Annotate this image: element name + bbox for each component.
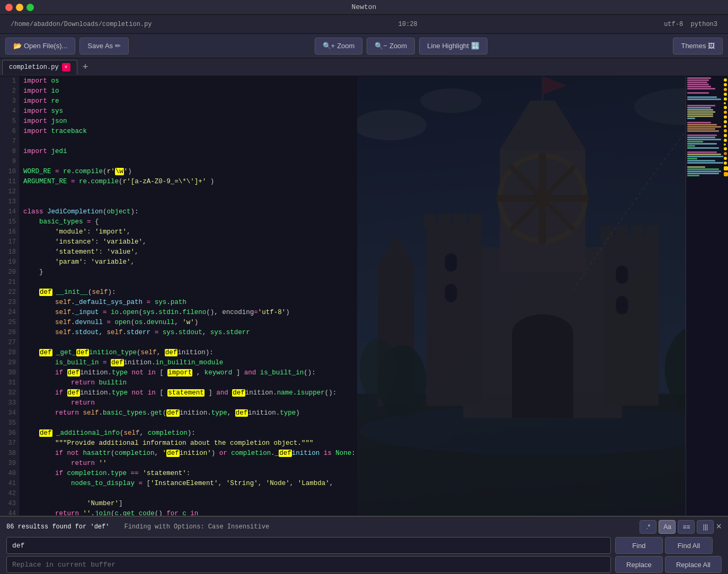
minimap-lines xyxy=(686,76,728,178)
code-line-36: def _additional_info(self, completion): xyxy=(23,428,681,438)
find-replace-input[interactable] xyxy=(6,556,611,573)
code-line-43: 'Number'] xyxy=(23,499,681,509)
open-files-button[interactable]: 📂 Open File(s)... xyxy=(5,38,75,55)
find-options: .* Aa ≡≡ ||| × xyxy=(640,520,722,534)
code-line-44: return ''.join(c.get_code() for c in xyxy=(23,509,681,516)
line-highlight-button[interactable]: Line Highlight 🔣 xyxy=(419,38,487,55)
code-line-21 xyxy=(23,277,681,288)
code-line-10: WORD_RE = re.compile(r'\w') xyxy=(23,167,681,177)
code-line-16: 'module': 'import', xyxy=(23,227,681,237)
code-line-11: ARGUMENT_RE = re.compile(r'[a-zA-Z0-9_=\… xyxy=(23,177,681,187)
code-line-33: return xyxy=(23,398,681,408)
themes-button[interactable]: Themes 🖼 xyxy=(673,38,723,55)
code-line-5: import json xyxy=(23,116,681,127)
code-line-22: def __init__(self): xyxy=(23,288,681,298)
code-line-19: 'param': 'variable', xyxy=(23,257,681,267)
code-line-35 xyxy=(23,418,681,428)
replace-all-button[interactable]: Replace All xyxy=(665,556,722,573)
multiline-button[interactable]: ||| xyxy=(697,520,714,534)
code-line-31: return builtin xyxy=(23,378,681,388)
file-path: /home/abaddon/Downloads/completion.py xyxy=(11,21,152,28)
code-line-18: 'statement': 'value', xyxy=(23,247,681,257)
folder-icon: 📂 xyxy=(13,42,22,50)
code-line-25: self.devnull = open(os.devnull, 'w') xyxy=(23,318,681,328)
code-line-32: if definition.type not in [ statement ] … xyxy=(23,388,681,398)
toolbar: 📂 Open File(s)... Save As ✏ 🔍+ Zoom 🔍− Z… xyxy=(0,34,728,58)
code-line-23: self._default_sys_path = sys.path xyxy=(23,298,681,308)
find-all-button[interactable]: Find All xyxy=(665,537,713,554)
code-line-20: } xyxy=(23,267,681,277)
zoom-out-button[interactable]: 🔍− Zoom xyxy=(367,38,415,55)
find-bar-inputs: Find Find All Replace Replace All xyxy=(6,537,722,573)
code-line-13 xyxy=(23,197,681,207)
code-line-7 xyxy=(23,137,681,147)
code-line-15: basic_types = { xyxy=(23,217,681,227)
zoom-in-icon: 🔍+ xyxy=(323,42,335,50)
close-find-button[interactable]: × xyxy=(716,521,722,532)
tab-close-btn[interactable]: × xyxy=(62,63,70,71)
code-line-42 xyxy=(23,489,681,499)
whole-word-button[interactable]: ≡≡ xyxy=(678,520,695,534)
find-bar-actions: Find Find All Replace Replace All xyxy=(615,537,722,573)
maximize-window-btn[interactable] xyxy=(26,4,34,11)
title-bar: Newton xyxy=(0,0,728,15)
code-line-37: """Provide additional information about … xyxy=(23,438,681,449)
find-options-label: Finding with Options: Case Insensitive xyxy=(124,523,269,531)
tabs-bar: completion.py × + xyxy=(0,58,728,76)
find-bar-top: 86 resultss found for 'def' Finding with… xyxy=(6,520,722,534)
code-line-14: class JediCompletion(object): xyxy=(23,207,681,217)
app-title: Newton xyxy=(352,3,377,11)
code-line-41: nodes_to_display = ['InstanceElement', '… xyxy=(23,479,681,489)
code-line-28: def _get_definition_type(self, definitio… xyxy=(23,348,681,358)
code-line-26: self.stdout, self.stderr = sys.stdout, s… xyxy=(23,328,681,338)
window-controls[interactable] xyxy=(5,4,34,11)
code-line-9 xyxy=(23,157,681,167)
file-meta: utf-8 python3 xyxy=(664,21,717,28)
code-line-17: 'instance': 'variable', xyxy=(23,237,681,247)
file-bar: /home/abaddon/Downloads/completion.py 10… xyxy=(0,15,728,34)
code-line-8: import jedi xyxy=(23,147,681,157)
minimize-window-btn[interactable] xyxy=(16,4,23,11)
regex-button[interactable]: .* xyxy=(640,520,656,534)
zoom-out-icon: 🔍− xyxy=(375,42,387,50)
code-line-12 xyxy=(23,187,681,197)
code-line-30: if definition.type not in [ import , key… xyxy=(23,368,681,378)
find-actions-row: Find Find All xyxy=(615,537,722,554)
code-line-29: is_built_in = definition.in_builtin_modu… xyxy=(23,358,681,368)
replace-actions-row: Replace Replace All xyxy=(615,556,722,573)
code-line-1: import os xyxy=(23,76,681,86)
find-results-count: 86 resultss found for 'def' xyxy=(6,523,109,531)
minimap-dots xyxy=(723,76,728,516)
file-time: 10:28 xyxy=(398,21,418,28)
save-as-button[interactable]: Save As ✏ xyxy=(79,38,128,55)
code-editor[interactable]: import os import io import re import sys… xyxy=(19,76,686,516)
code-line-4: import sys xyxy=(23,106,681,116)
find-button[interactable]: Find xyxy=(615,537,663,554)
tab-completion-py[interactable]: completion.py × xyxy=(2,60,77,75)
case-sensitive-button[interactable]: Aa xyxy=(659,520,676,534)
close-window-btn[interactable] xyxy=(5,4,13,11)
code-line-27 xyxy=(23,338,681,348)
line-numbers: 12345 678910 1112131415 1617181920 21222… xyxy=(0,76,19,516)
add-tab-button[interactable]: + xyxy=(79,61,92,73)
code-line-34: return self.basic_types.get(definition.t… xyxy=(23,408,681,418)
tab-label: completion.py xyxy=(9,64,59,71)
code-line-2: import io xyxy=(23,86,681,96)
replace-button[interactable]: Replace xyxy=(615,556,663,573)
code-line-40: if completion.type == 'statement': xyxy=(23,469,681,479)
find-search-input[interactable] xyxy=(6,537,611,554)
editor-area: 12345 678910 1112131415 1617181920 21222… xyxy=(0,76,728,516)
find-bar: 86 resultss found for 'def' Finding with… xyxy=(0,516,728,574)
code-line-24: self._input = io.open(sys.stdin.fileno()… xyxy=(23,308,681,318)
find-input-area xyxy=(6,537,611,573)
minimap[interactable] xyxy=(686,76,728,516)
code-line-39: return '' xyxy=(23,459,681,469)
code-line-3: import re xyxy=(23,96,681,106)
code-line-38: if not hasattr(completion, 'definition')… xyxy=(23,449,681,459)
zoom-in-button[interactable]: 🔍+ Zoom xyxy=(315,38,363,55)
code-line-6: import traceback xyxy=(23,127,681,137)
